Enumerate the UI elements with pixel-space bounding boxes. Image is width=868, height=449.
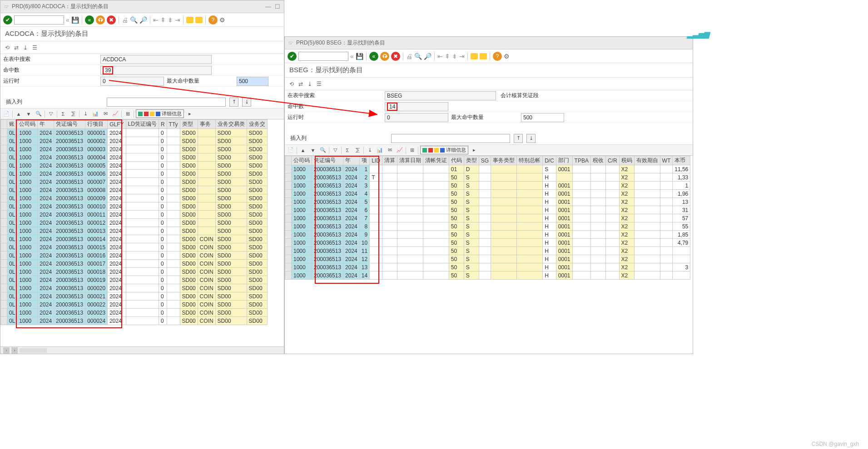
row-selector[interactable] — [1, 276, 7, 284]
row-selector[interactable] — [285, 165, 292, 173]
col-header[interactable]: 本币 — [673, 156, 690, 165]
row-selector[interactable] — [1, 194, 7, 202]
table-row[interactable]: 0L1000202420003651300001420240SD00COINSD… — [1, 235, 268, 243]
table-row[interactable]: 0L1000202420003651300001020240SD00SD00SD… — [1, 202, 268, 211]
layout-icon[interactable]: ⊞ — [408, 146, 416, 154]
find-next-icon[interactable]: 🔎 — [424, 53, 432, 60]
history-back-icon[interactable]: « — [66, 16, 69, 24]
table-row[interactable]: 0L1000202420003651300000620240SD00SD00SD… — [1, 170, 268, 178]
exit-icon[interactable]: ⮉ — [380, 52, 389, 61]
list-icon[interactable]: ☰ — [317, 81, 322, 87]
row-selector[interactable] — [1, 211, 7, 219]
table-row[interactable]: 0L1000202420003651300001320240SD00SD00SD… — [1, 227, 268, 235]
row-selector[interactable] — [1, 219, 7, 227]
table-row[interactable]: 0L1000202420003651300000720240SD00SD00SD… — [1, 178, 268, 186]
sort-asc-icon[interactable]: ▲ — [299, 146, 307, 154]
table-row[interactable]: 0L1000202420003651300001120240SD00SD00SD… — [1, 211, 268, 219]
shortcut-icon[interactable] — [480, 53, 487, 59]
row-selector[interactable] — [285, 247, 292, 255]
table-row[interactable]: 0L1000202420003651300000320240SD00SD00SD… — [1, 145, 268, 153]
table-row[interactable]: 10002000365132024350SH0001X21 — [285, 182, 690, 190]
col-header[interactable]: D/C — [543, 156, 556, 165]
col-header[interactable]: 类型 — [464, 156, 479, 165]
filter-icon[interactable]: ▽ — [47, 110, 55, 118]
col-header[interactable]: 项 — [359, 156, 369, 165]
back-icon[interactable]: « — [85, 15, 94, 25]
row-selector[interactable] — [285, 214, 292, 222]
col-header[interactable]: 年 — [343, 156, 360, 165]
col-header[interactable]: C/R — [605, 156, 619, 165]
table-row[interactable]: 0L1000202420003651300002020240SD00COINSD… — [1, 284, 268, 292]
table-row[interactable]: 10002000365132024650SH0001X231 — [285, 206, 690, 214]
col-header[interactable]: 业务交 — [247, 120, 267, 129]
table-row[interactable]: 100020003651320241350SH0001X23 — [285, 263, 690, 271]
col-header[interactable]: 类型 — [180, 120, 198, 129]
row-selector[interactable] — [1, 153, 7, 162]
sort-desc-icon[interactable]: ▼ — [25, 110, 33, 118]
table-row[interactable]: 100020003651320241150SH0001X2 — [285, 247, 690, 255]
col-header[interactable]: 税收 — [590, 156, 605, 165]
row-selector[interactable] — [1, 317, 7, 325]
col-header[interactable]: GLFY — [108, 120, 126, 129]
row-selector[interactable] — [285, 255, 292, 263]
insert-add-icon[interactable]: ⤒ — [514, 134, 523, 143]
col-header[interactable]: 业务交易类 — [215, 120, 247, 129]
col-header[interactable]: 公司码 — [17, 120, 38, 129]
layout-icon[interactable]: ⊞ — [124, 110, 132, 118]
row-selector[interactable] — [1, 301, 7, 309]
table-row[interactable]: 0L1000202420003651300001820240SD00COINSD… — [1, 268, 268, 276]
col-header[interactable]: TTy — [167, 120, 180, 129]
col-header[interactable]: WT — [660, 156, 673, 165]
row-selector[interactable] — [1, 129, 7, 137]
table-row[interactable]: 10002000365132024950SH0001X21,85 — [285, 231, 690, 239]
history-back-icon[interactable]: « — [350, 53, 354, 60]
row-selector[interactable] — [285, 263, 292, 271]
command-input[interactable] — [14, 15, 64, 25]
save-icon[interactable]: 💾 — [71, 16, 79, 24]
row-selector[interactable] — [1, 137, 7, 145]
row-selector[interactable] — [285, 239, 292, 247]
prev-page-icon[interactable]: ⇞ — [160, 16, 166, 24]
row-selector[interactable] — [1, 284, 7, 292]
table-row[interactable]: 0L1000202420003651300002220240SD00COINSD… — [1, 301, 268, 309]
next-page-icon[interactable]: ⇟ — [452, 53, 457, 60]
row-selector[interactable] — [1, 202, 7, 211]
maximize-icon[interactable]: ☐ — [275, 3, 280, 10]
first-page-icon[interactable]: ⇤ — [437, 53, 443, 60]
col-header[interactable]: 税码 — [619, 156, 634, 165]
cancel-icon[interactable]: ✖ — [391, 52, 400, 61]
col-header[interactable]: 有效期自 — [634, 156, 660, 165]
table-row[interactable]: 0L1000202420003651300002320240SD00COINSD… — [1, 309, 268, 317]
insert-add-icon[interactable]: ⤒ — [229, 98, 238, 107]
row-selector[interactable] — [1, 309, 7, 317]
row-selector[interactable] — [1, 235, 7, 243]
new-session-icon[interactable] — [186, 17, 193, 23]
sum-icon[interactable]: Σ — [59, 110, 67, 118]
table-row[interactable]: 100020003651320241050SH0001X24,79 — [285, 239, 690, 247]
print-icon[interactable]: 🖨 — [122, 16, 128, 24]
export-icon[interactable]: ⤓ — [23, 44, 28, 51]
col-header[interactable]: SG — [479, 156, 491, 165]
more-icon[interactable]: ▸ — [186, 110, 194, 118]
table-wrap-left[interactable]: 账公司码年凭证编号行项目GLFYLD凭证编号RTTy类型事务业务交易类业务交0L… — [0, 119, 284, 346]
refresh-icon[interactable]: ⟲ — [289, 81, 294, 87]
hscroll-left[interactable]: ‹ › — [0, 346, 284, 354]
excel-icon[interactable]: 📊 — [91, 110, 99, 118]
table-row[interactable]: 0L1000202420003651300001720240SD00COINSD… — [1, 260, 268, 268]
table-row[interactable]: 10002000365132024750SH0001X257 — [285, 214, 690, 222]
col-header[interactable]: 凭证编号 — [54, 120, 85, 129]
table-row[interactable]: 0L1000202420003651300000520240SD00SD00SD… — [1, 162, 268, 170]
accept-icon[interactable]: ✔ — [288, 52, 297, 61]
row-selector[interactable] — [285, 198, 292, 206]
more-icon[interactable]: ▸ — [470, 146, 478, 154]
table-row[interactable]: 100020003651320241250SH0001X2 — [285, 255, 690, 263]
find-grid-icon[interactable]: 🔍 — [35, 110, 43, 118]
row-selector[interactable] — [285, 206, 292, 214]
table-row[interactable]: 0L1000202420003651300001620240SD00COINSD… — [1, 252, 268, 260]
table-row[interactable]: 100020003651320241450SH0001X2 — [285, 271, 690, 280]
graph-icon[interactable]: 📈 — [396, 146, 404, 154]
refresh-icon[interactable]: ⟲ — [5, 44, 10, 51]
col-header[interactable]: 清算日期 — [397, 156, 423, 165]
col-header[interactable]: 年 — [38, 120, 54, 129]
find-next-icon[interactable]: 🔎 — [139, 16, 147, 24]
